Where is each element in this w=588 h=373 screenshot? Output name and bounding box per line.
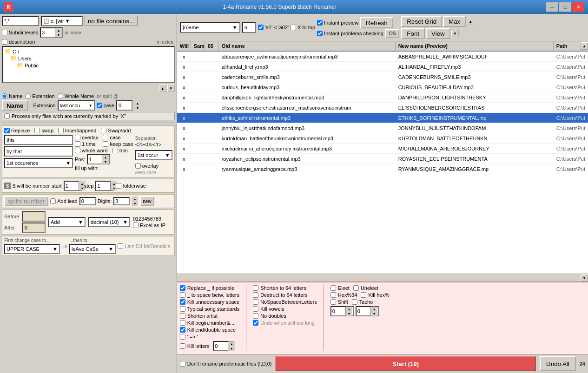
- add-lead-input[interactable]: [79, 197, 96, 205]
- close-button[interactable]: ✕: [572, 2, 584, 12]
- pos-spin[interactable]: ▲ ▼: [87, 154, 110, 164]
- table-row[interactable]: x royashen_eclipseinstrumental.mp3 ROYAS…: [177, 154, 588, 164]
- transform-checkbox-col2[interactable]: [253, 285, 258, 291]
- no-file-button[interactable]: no file contains...: [85, 16, 138, 26]
- subdir-value[interactable]: [41, 29, 55, 36]
- table-row[interactable]: x jonnyblu_injustthatkindofamood.mp3 JON…: [177, 123, 588, 133]
- start-input[interactable]: [65, 183, 79, 189]
- table-scroll-down[interactable]: ▼: [581, 274, 588, 281]
- table-row[interactable]: x danphillipson_lightsintheskyinstrument…: [177, 92, 588, 103]
- n-input[interactable]: [242, 22, 256, 33]
- folderwise-checkbox-label[interactable]: folderwise: [116, 183, 146, 189]
- before-input[interactable]: [22, 211, 46, 222]
- whole-word-checkbox[interactable]: [75, 148, 80, 153]
- table-row[interactable]: x ryanmusique_amazinggrace.mp3 RYANMUSIQ…: [177, 164, 588, 174]
- undo-button[interactable]: Undo All: [540, 356, 576, 371]
- subdir-checkbox-label[interactable]: Subdir levels: [2, 30, 38, 35]
- step-input[interactable]: [96, 183, 110, 189]
- extension-radio-label[interactable]: Extension: [25, 93, 54, 99]
- pos-up[interactable]: ▲: [102, 155, 109, 159]
- instant-problems-label[interactable]: Instant problems checking: [317, 31, 383, 36]
- shift-checkbox-label[interactable]: Shift: [330, 299, 348, 305]
- minimize-button[interactable]: ─: [546, 2, 558, 12]
- swap-checkbox-label[interactable]: swap: [34, 128, 53, 133]
- case-down[interactable]: ▼: [134, 105, 141, 110]
- whole-name-radio-label[interactable]: Whole Name: [58, 93, 94, 99]
- transform-item[interactable]: Kill letters▲▼: [180, 341, 240, 351]
- transform-checkbox-item[interactable]: [180, 292, 185, 298]
- transform-item[interactable]: Shorten artist: [180, 313, 240, 319]
- excel-checkbox[interactable]: [133, 222, 139, 228]
- decimal-combo[interactable]: decimal (10) ▼: [88, 217, 130, 227]
- tacho-checkbox-label[interactable]: Tacho: [352, 299, 373, 305]
- trim-checkbox-label[interactable]: trim: [112, 148, 128, 153]
- maximize-button[interactable]: □: [559, 2, 571, 12]
- table-row[interactable]: x elisschoenbergsorchestrasurreal_madiso…: [177, 103, 588, 113]
- eleet-checkbox-label[interactable]: Eleet: [330, 285, 350, 291]
- toolbar-scroll-down[interactable]: ▼: [451, 30, 459, 37]
- transform-checkbox-col2[interactable]: [253, 299, 258, 305]
- search-input[interactable]: [2, 16, 39, 26]
- add-lead-checkbox-label[interactable]: Add lead: [50, 198, 77, 204]
- transform-checkbox-item[interactable]: [180, 299, 185, 305]
- trim-checkbox[interactable]: [112, 148, 118, 153]
- font-button[interactable]: Font: [401, 28, 425, 39]
- occurrence-combo[interactable]: 1st occurence ▼: [4, 158, 73, 168]
- shift-checkbox[interactable]: [330, 299, 336, 305]
- excel-checkbox-label[interactable]: Excel as IP: [133, 222, 165, 228]
- case-up[interactable]: ▲: [134, 101, 141, 105]
- shift-up[interactable]: ▲: [346, 307, 352, 311]
- table-row[interactable]: x ethiks_sofineinstrumental.mp3 ETHIKS_S…: [177, 113, 588, 123]
- transform-checkbox-item[interactable]: [180, 327, 185, 333]
- swap-add-checkbox-label[interactable]: Swap/add: [101, 128, 131, 133]
- dj-checkbox[interactable]: [118, 243, 123, 249]
- start-button[interactable]: Start (19): [275, 356, 536, 371]
- table-row[interactable]: x kurtoldman_battleoftheunknowninstrumen…: [177, 133, 588, 144]
- transform-checkbox-item[interactable]: [180, 320, 185, 326]
- name-radio-label[interactable]: Name: [2, 93, 22, 99]
- reset-grid-button[interactable]: Reset Grid: [401, 16, 442, 27]
- col-header-sam[interactable]: Sam: [191, 42, 205, 50]
- tree-item-users[interactable]: 📁 Users: [4, 55, 173, 62]
- transform-checkbox-item[interactable]: [180, 306, 185, 312]
- case-then-combo[interactable]: leAve CaSe ▼: [69, 244, 116, 254]
- table-row[interactable]: x curious_beautifulday.mp3 CURIOUS_BEAUT…: [177, 82, 588, 92]
- overlay-checkbox[interactable]: [75, 135, 80, 140]
- digits-up[interactable]: ▲: [132, 196, 138, 201]
- table-row[interactable]: x michaelmaina_aheroesjourney instrument…: [177, 144, 588, 154]
- transform-checkbox-item[interactable]: [180, 285, 185, 291]
- transform-checkbox-item[interactable]: [180, 343, 185, 349]
- subdir-spin[interactable]: ▲ ▼: [40, 27, 63, 38]
- transform-item-col2[interactable]: Destruct to 64 letters: [253, 292, 317, 298]
- kill-hex-checkbox[interactable]: [361, 292, 366, 298]
- keep-case-checkbox[interactable]: [103, 141, 108, 147]
- os-button[interactable]: OS: [385, 29, 399, 38]
- case2-checkbox-label[interactable]: case: [103, 135, 133, 140]
- table-row[interactable]: x cadenceburns_smile.mp3 CADENCEBURNS_SM…: [177, 72, 588, 82]
- table-row[interactable]: x abbaspremjee_awhimsicaljourneyinstrume…: [177, 52, 588, 62]
- drive-combo[interactable]: 📋 c: [wir ▼: [41, 16, 83, 26]
- case2-checkbox[interactable]: [103, 135, 108, 140]
- case-first-combo[interactable]: UPPER CASE ▼: [4, 244, 60, 254]
- kill-hex-checkbox-label[interactable]: Kill hex%: [361, 292, 389, 298]
- whole-name-radio[interactable]: [58, 93, 63, 99]
- extension-radio[interactable]: [25, 93, 31, 99]
- new-btn[interactable]: new: [140, 196, 154, 206]
- sort-checkbox[interactable]: [258, 25, 264, 30]
- tacho-checkbox[interactable]: [352, 299, 357, 305]
- table-scroll-up[interactable]: ▲: [581, 42, 588, 50]
- transform-item[interactable]: ' => ': [180, 334, 240, 340]
- transform-item[interactable]: Typical song standards: [180, 306, 240, 312]
- uneleet-checkbox[interactable]: [353, 285, 359, 291]
- col-header-path[interactable]: Path: [554, 42, 581, 50]
- dont-rename-checkbox[interactable]: [180, 361, 185, 366]
- case-value-input[interactable]: [116, 100, 132, 111]
- tree-scroll-up[interactable]: ▲: [159, 85, 166, 92]
- replace-checkbox[interactable]: [4, 128, 10, 133]
- refresh-button[interactable]: Refresh: [360, 17, 393, 28]
- whole-word-checkbox-label[interactable]: whole word: [75, 148, 108, 153]
- sort-checkbox-label[interactable]: 'a1' < 'a02': [258, 25, 289, 30]
- transform-item[interactable]: Kill end/double space: [180, 327, 240, 333]
- kill-letters-input[interactable]: [214, 343, 228, 349]
- overlay-checkbox-label[interactable]: overlay: [75, 135, 98, 140]
